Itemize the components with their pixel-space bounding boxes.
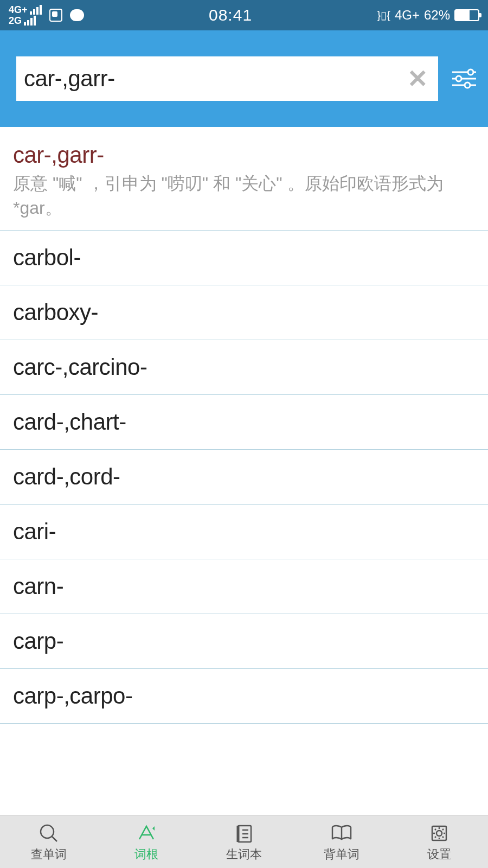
search-icon: [38, 821, 59, 845]
svg-point-6: [41, 825, 54, 838]
root-icon: [136, 821, 157, 845]
bottom-nav: 查单词 词根 生词本 背单词: [0, 815, 488, 868]
battery-icon: [454, 9, 479, 21]
list-item[interactable]: carp-: [0, 614, 488, 669]
search-box[interactable]: ✕: [16, 56, 438, 101]
svg-point-3: [456, 76, 461, 81]
list-item[interactable]: cari-: [0, 505, 488, 559]
nav-lookup[interactable]: 查单词: [0, 815, 98, 868]
list-item[interactable]: carn-: [0, 559, 488, 614]
filter-icon[interactable]: [451, 68, 477, 90]
nav-settings[interactable]: 设置: [390, 815, 488, 868]
signal-indicator: 4G+ 2G: [9, 5, 42, 25]
nav-label: 生词本: [226, 846, 262, 863]
status-bar: 4G+ 2G 08:41 }▯{ 4G+ 62%: [0, 0, 488, 30]
list-item[interactable]: carboxy-: [0, 285, 488, 340]
signal-2g-label: 2G: [9, 16, 22, 25]
nav-label: 背单词: [324, 846, 359, 863]
entry-title: car-,garr-: [13, 142, 475, 168]
nav-memorize[interactable]: 背单词: [293, 815, 390, 868]
signal-4g-label: 4G+: [9, 5, 28, 15]
entry-description: 原意 "喊" ，引申为 "唠叨" 和 "关心" 。原始印欧语形式为 *gar。: [13, 171, 475, 220]
nav-label: 设置: [427, 846, 451, 863]
battery-percent: 62%: [424, 8, 450, 23]
gear-icon: [429, 821, 450, 845]
list-item[interactable]: carc-,carcino-: [0, 340, 488, 395]
list-item[interactable]: carbol-: [0, 231, 488, 285]
svg-point-5: [465, 82, 470, 88]
list-item[interactable]: carp-,carpo-: [0, 669, 488, 724]
search-input[interactable]: [24, 66, 407, 92]
status-right: }▯{ 4G+ 62%: [377, 8, 479, 23]
svg-line-7: [52, 837, 57, 841]
nav-wordbook[interactable]: 生词本: [195, 815, 293, 868]
clear-icon[interactable]: ✕: [407, 66, 428, 91]
svg-point-1: [468, 69, 473, 75]
nav-label: 词根: [134, 846, 158, 863]
message-icon: [70, 9, 84, 21]
list-item[interactable]: card-,cord-: [0, 450, 488, 505]
notebook-icon: [234, 821, 254, 845]
nav-label: 查单词: [31, 846, 67, 863]
book-icon: [330, 821, 353, 845]
status-left: 4G+ 2G: [9, 5, 84, 25]
list-item[interactable]: card-,chart-: [0, 395, 488, 450]
highlighted-entry[interactable]: car-,garr- 原意 "喊" ，引申为 "唠叨" 和 "关心" 。原始印欧…: [0, 127, 488, 231]
nav-roots[interactable]: 词根: [98, 815, 195, 868]
vibrate-icon: }▯{: [377, 9, 390, 22]
clock: 08:41: [84, 6, 377, 24]
do-not-disturb-icon: [49, 9, 62, 22]
network-label: 4G+: [395, 8, 420, 23]
search-header: ✕: [0, 30, 488, 127]
svg-point-15: [436, 831, 442, 836]
